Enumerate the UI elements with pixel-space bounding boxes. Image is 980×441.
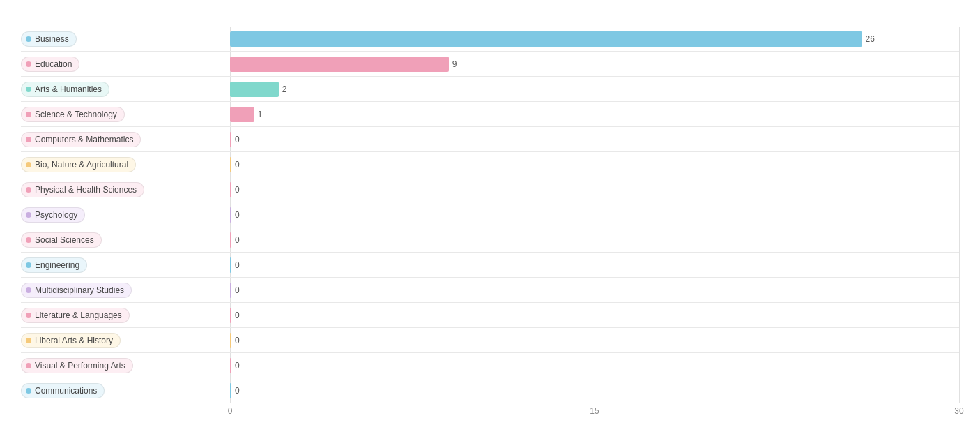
bar-area: 0 <box>230 227 959 252</box>
bar-value-label: 0 <box>235 160 240 170</box>
pill-dot <box>26 287 31 293</box>
bar-fill <box>230 308 231 323</box>
bar-value-label: 0 <box>235 210 240 220</box>
bar-value-label: 0 <box>235 260 240 270</box>
pill-dot <box>26 262 31 268</box>
bar-value-label: 0 <box>235 336 240 345</box>
bar-value-label: 0 <box>235 361 240 371</box>
bar-label: Engineering <box>35 260 79 270</box>
bar-value-label: 0 <box>235 235 240 245</box>
bar-row: Psychology0 <box>21 202 959 227</box>
bar-row: Literature & Languages0 <box>21 303 959 328</box>
bar-area: 2 <box>230 77 959 101</box>
label-area: Psychology <box>21 202 230 227</box>
bar-value-label: 0 <box>235 311 240 320</box>
bar-label: Literature & Languages <box>35 311 122 320</box>
bar-label: Social Sciences <box>35 235 94 245</box>
bar-value-label: 0 <box>235 285 240 295</box>
bar-area: 26 <box>230 27 959 51</box>
bar-fill <box>230 383 231 398</box>
bar-fill <box>230 207 231 223</box>
pill-dot <box>26 61 31 67</box>
bar-area: 0 <box>230 378 959 403</box>
label-area: Liberal Arts & History <box>21 328 230 352</box>
bar-fill <box>230 232 231 248</box>
rows-wrapper: Business26Education9Arts & Humanities2Sc… <box>21 27 959 403</box>
label-pill: Bio, Nature & Agricultural <box>21 157 136 172</box>
label-pill: Arts & Humanities <box>21 82 109 97</box>
bar-row: Physical & Health Sciences0 <box>21 177 959 202</box>
bar-value-label: 9 <box>452 59 457 69</box>
label-area: Science & Technology <box>21 102 230 126</box>
label-area: Engineering <box>21 253 230 277</box>
pill-dot <box>26 112 31 117</box>
pill-dot <box>26 137 31 142</box>
bar-area: 0 <box>230 278 959 302</box>
bar-fill <box>230 157 231 172</box>
x-axis-tick: 15 <box>590 406 599 416</box>
bar-fill <box>230 107 254 122</box>
pill-dot <box>26 162 31 167</box>
bar-value-label: 0 <box>235 386 240 396</box>
bar-fill <box>230 31 862 47</box>
bar-area: 0 <box>230 152 959 177</box>
pill-dot <box>26 313 31 318</box>
bar-row: Computers & Mathematics0 <box>21 127 959 152</box>
bar-value-label: 0 <box>235 185 240 195</box>
bar-row: Arts & Humanities2 <box>21 77 959 102</box>
bar-row: Bio, Nature & Agricultural0 <box>21 152 959 177</box>
bar-row: Engineering0 <box>21 253 959 278</box>
label-area: Education <box>21 52 230 76</box>
bar-value-label: 0 <box>235 135 240 144</box>
pill-dot <box>26 36 31 42</box>
label-pill: Physical & Health Sciences <box>21 182 144 197</box>
bar-fill <box>230 283 231 298</box>
bar-fill <box>230 57 449 72</box>
bar-area: 0 <box>230 328 959 352</box>
label-area: Literature & Languages <box>21 303 230 327</box>
bar-fill <box>230 132 231 147</box>
chart-container: Business26Education9Arts & Humanities2Sc… <box>21 14 959 423</box>
x-axis-tick: 0 <box>228 406 233 416</box>
label-pill: Communications <box>21 383 105 398</box>
bar-fill <box>230 358 231 373</box>
label-pill: Science & Technology <box>21 107 125 122</box>
bar-label: Computers & Mathematics <box>35 135 133 144</box>
label-pill: Literature & Languages <box>21 308 130 323</box>
bar-row: Education9 <box>21 52 959 77</box>
bar-area: 0 <box>230 353 959 378</box>
pill-dot <box>26 338 31 343</box>
bar-area: 9 <box>230 52 959 76</box>
bar-label: Science & Technology <box>35 110 117 119</box>
pill-dot <box>26 363 31 368</box>
label-pill: Social Sciences <box>21 232 102 248</box>
label-pill: Psychology <box>21 207 85 223</box>
bar-fill <box>230 82 279 97</box>
label-area: Bio, Nature & Agricultural <box>21 152 230 177</box>
bar-area: 0 <box>230 127 959 151</box>
label-area: Visual & Performing Arts <box>21 353 230 378</box>
bar-label: Multidisciplinary Studies <box>35 285 124 295</box>
bar-row: Multidisciplinary Studies0 <box>21 278 959 303</box>
bar-fill <box>230 257 231 273</box>
bar-area: 0 <box>230 253 959 277</box>
pill-dot <box>26 237 31 243</box>
bar-fill <box>230 182 231 197</box>
label-pill: Liberal Arts & History <box>21 333 121 348</box>
label-pill: Education <box>21 57 79 72</box>
pill-dot <box>26 388 31 394</box>
bar-label: Bio, Nature & Agricultural <box>35 160 128 170</box>
grid-line <box>959 27 960 403</box>
label-area: Computers & Mathematics <box>21 127 230 151</box>
label-pill: Visual & Performing Arts <box>21 358 133 373</box>
pill-dot <box>26 212 31 218</box>
label-area: Business <box>21 27 230 51</box>
bar-row: Science & Technology1 <box>21 102 959 127</box>
bar-value-label: 2 <box>282 84 287 94</box>
bar-label: Communications <box>35 386 97 396</box>
pill-dot <box>26 187 31 193</box>
label-area: Arts & Humanities <box>21 77 230 101</box>
bar-label: Psychology <box>35 210 77 220</box>
label-area: Social Sciences <box>21 227 230 252</box>
bar-row: Communications0 <box>21 378 959 403</box>
